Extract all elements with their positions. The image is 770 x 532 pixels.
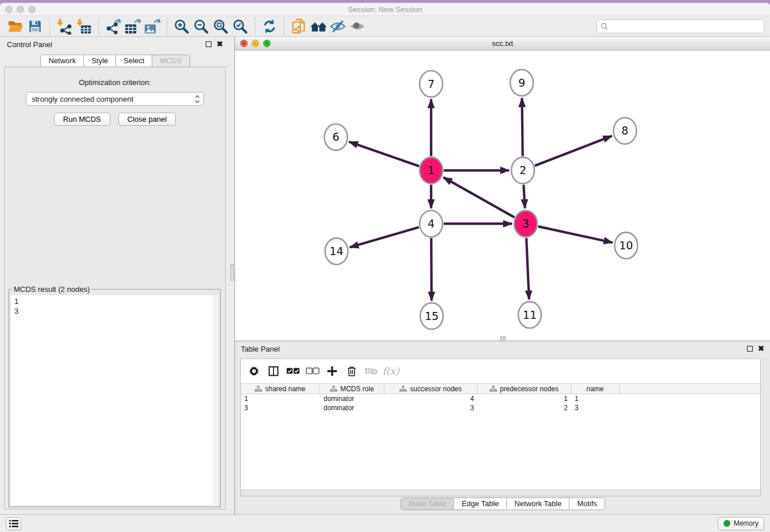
export-table-icon[interactable] — [123, 18, 143, 35]
dropdown-stepper-icon — [195, 94, 200, 104]
run-mcds-button[interactable]: Run MCDS — [54, 113, 110, 126]
table-cell[interactable]: 3 — [571, 404, 619, 412]
column-header-name[interactable]: name — [571, 384, 619, 394]
graph-node[interactable]: 1 — [419, 157, 442, 184]
close-panel-button[interactable]: Close panel — [118, 113, 176, 126]
delete-table-icon[interactable] — [363, 363, 380, 380]
tab-edge-table[interactable]: Edge Table — [453, 498, 507, 510]
save-session-icon[interactable] — [25, 18, 45, 35]
mcds-result-groupbox: MCDS result (2 nodes) 13 — [9, 289, 221, 507]
function-builder-icon[interactable]: f(x) — [382, 363, 399, 380]
graph-node[interactable]: 6 — [325, 124, 348, 151]
graph-node[interactable]: 10 — [615, 232, 638, 259]
mcds-result-text[interactable]: 13 — [11, 295, 218, 505]
graph-edge[interactable] — [349, 142, 419, 167]
float-panel-icon[interactable] — [206, 41, 211, 47]
graph-edge[interactable] — [431, 238, 432, 300]
graph-node[interactable]: 4 — [419, 210, 442, 237]
graph-edge[interactable] — [526, 238, 529, 299]
column-header-mcds-role[interactable]: MCDS role — [320, 384, 384, 394]
table-cell[interactable]: dominator — [320, 395, 384, 403]
tab-mcds[interactable]: MCDS — [152, 55, 190, 67]
open-session-icon[interactable] — [6, 18, 25, 35]
tab-select[interactable]: Select — [116, 55, 152, 67]
zoom-selected-icon[interactable] — [230, 18, 250, 35]
graph-node[interactable]: 8 — [614, 118, 637, 144]
table-cell[interactable]: 3 — [241, 404, 320, 412]
search-input[interactable] — [609, 22, 760, 30]
first-neighbors-icon[interactable] — [309, 18, 328, 35]
table-toolbar: f(x) — [241, 359, 760, 383]
zoom-out-icon[interactable] — [191, 18, 211, 35]
svg-text:7: 7 — [428, 78, 434, 90]
import-table-icon[interactable] — [74, 18, 94, 35]
column-type-icon — [255, 385, 262, 392]
close-table-panel-icon[interactable]: ✖ — [758, 346, 764, 352]
graph-edge[interactable] — [523, 185, 525, 209]
deselect-all-icon[interactable] — [304, 363, 321, 380]
graph-node[interactable]: 2 — [511, 157, 534, 184]
table-row[interactable]: 1dominator411 — [241, 394, 760, 403]
optimization-criterion-select[interactable]: strongly connected component — [26, 92, 204, 106]
export-network-icon[interactable] — [103, 18, 123, 35]
network-view-window: × − + scc.txt 7968124314101511 — [235, 37, 770, 341]
gear-icon[interactable] — [245, 363, 263, 380]
table-cell[interactable]: dominator — [320, 404, 384, 412]
task-history-button[interactable] — [6, 517, 21, 530]
column-layout-icon[interactable] — [265, 363, 282, 380]
graph-node[interactable]: 11 — [518, 302, 541, 328]
tab-node-table[interactable]: Node Table — [401, 498, 455, 510]
graph-edge[interactable] — [535, 136, 612, 166]
toolbar-separator — [255, 18, 255, 35]
horizontal-splitter-handle[interactable] — [500, 336, 506, 340]
export-image-icon[interactable] — [143, 18, 162, 35]
table-panel-header: Table Panel ✖ — [235, 341, 770, 356]
table-cell[interactable]: 1 — [478, 395, 571, 403]
hide-selected-icon[interactable] — [328, 18, 348, 35]
column-header-predecessor-nodes[interactable]: predecessor nodes — [478, 384, 571, 394]
graph-node[interactable]: 3 — [514, 210, 537, 237]
toolbar-separator — [49, 18, 50, 35]
close-panel-icon[interactable]: ✖ — [217, 41, 223, 47]
zoom-fit-icon[interactable] — [211, 18, 230, 35]
graph-node[interactable]: 15 — [420, 303, 443, 329]
graph-edge[interactable] — [444, 178, 515, 218]
tab-style[interactable]: Style — [83, 55, 116, 67]
table-row[interactable]: 3dominator323 — [241, 403, 760, 413]
table-cell[interactable]: 1 — [241, 395, 320, 403]
table-horizontal-scrollbar[interactable] — [241, 489, 760, 496]
graph-node[interactable]: 7 — [419, 71, 442, 97]
show-all-icon[interactable] — [348, 18, 367, 35]
memory-button[interactable]: Memory — [718, 517, 764, 530]
zoom-in-icon[interactable] — [172, 18, 191, 35]
float-table-panel-icon[interactable] — [747, 346, 753, 352]
graph-node[interactable]: 9 — [510, 70, 533, 96]
network-canvas[interactable]: 7968124314101511 — [235, 51, 770, 341]
result-scrollbar[interactable] — [214, 295, 218, 505]
column-header-successor-nodes[interactable]: successor nodes — [384, 384, 478, 394]
table-cell[interactable]: 3 — [384, 404, 478, 412]
duplicate-network-icon[interactable] — [289, 18, 309, 35]
tab-network-table[interactable]: Network Table — [506, 498, 569, 510]
table-cell[interactable]: 4 — [384, 395, 478, 403]
tab-network[interactable]: Network — [40, 55, 84, 67]
import-network-icon[interactable] — [55, 18, 74, 35]
select-all-icon[interactable] — [284, 363, 302, 380]
refresh-icon[interactable] — [260, 18, 279, 35]
add-column-icon[interactable] — [324, 363, 341, 380]
svg-text:8: 8 — [622, 124, 629, 137]
toolbar-separator — [284, 18, 284, 35]
graph-edge[interactable] — [350, 228, 419, 248]
search-field[interactable] — [596, 20, 764, 33]
graph-node[interactable]: 14 — [325, 238, 348, 264]
column-header-shared-name[interactable]: shared name — [241, 384, 320, 394]
splitter-handle[interactable] — [230, 264, 234, 280]
delete-column-icon[interactable] — [343, 363, 360, 380]
control-panel-header: Control Panel ✖ — [0, 37, 230, 52]
table-cell[interactable]: 2 — [478, 404, 571, 412]
main-toolbar — [0, 16, 770, 37]
table-cell[interactable]: 1 — [571, 395, 619, 403]
graph-edge[interactable] — [522, 98, 522, 156]
tab-motifs[interactable]: Motifs — [569, 498, 605, 510]
graph-edge[interactable] — [538, 226, 613, 242]
